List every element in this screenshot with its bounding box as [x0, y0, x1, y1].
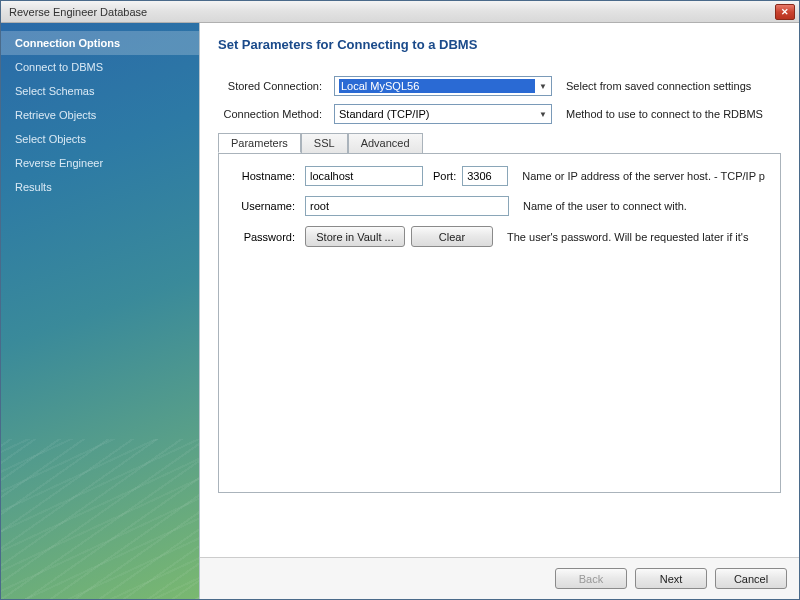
chevron-down-icon: ▼ [535, 77, 551, 95]
stored-connection-hint: Select from saved connection settings [558, 80, 781, 92]
content-area: Set Parameters for Connecting to a DBMS … [200, 23, 799, 557]
sidebar-item-select-schemas[interactable]: Select Schemas [1, 79, 199, 103]
cancel-button[interactable]: Cancel [715, 568, 787, 589]
password-hint: The user's password. Will be requested l… [499, 231, 770, 243]
username-hint: Name of the user to connect with. [515, 200, 770, 212]
sidebar-item-label: Results [15, 181, 52, 193]
wizard-footer: Back Next Cancel [200, 557, 799, 599]
tab-panel-parameters: Hostname: Port: Name or IP address of th… [218, 153, 781, 493]
username-label: Username: [229, 200, 299, 212]
username-input[interactable] [305, 196, 509, 216]
sidebar-item-connect-to-dbms[interactable]: Connect to DBMS [1, 55, 199, 79]
port-input[interactable] [462, 166, 508, 186]
connection-method-combo[interactable]: Standard (TCP/IP) ▼ [334, 104, 552, 124]
wizard-window: Reverse Engineer Database ✕ Connection O… [0, 0, 800, 600]
connection-method-value: Standard (TCP/IP) [339, 108, 535, 120]
port-label: Port: [429, 170, 456, 182]
connection-method-label: Connection Method: [218, 108, 328, 120]
sidebar-item-label: Connection Options [15, 37, 120, 49]
sidebar-item-label: Reverse Engineer [15, 157, 103, 169]
hostname-label: Hostname: [229, 170, 299, 182]
tabstrip: Parameters SSL Advanced [218, 133, 781, 154]
row-username: Username: Name of the user to connect wi… [229, 196, 770, 216]
main-panel: Set Parameters for Connecting to a DBMS … [199, 23, 799, 599]
row-connection-method: Connection Method: Standard (TCP/IP) ▼ M… [218, 104, 781, 124]
stored-connection-label: Stored Connection: [218, 80, 328, 92]
row-hostname: Hostname: Port: Name or IP address of th… [229, 166, 770, 186]
stored-connection-value: Local MySQL56 [339, 79, 535, 93]
sidebar-item-results[interactable]: Results [1, 175, 199, 199]
next-button[interactable]: Next [635, 568, 707, 589]
row-stored-connection: Stored Connection: Local MySQL56 ▼ Selec… [218, 76, 781, 96]
clear-password-button[interactable]: Clear [411, 226, 493, 247]
window-title: Reverse Engineer Database [5, 6, 775, 18]
wizard-sidebar: Connection Options Connect to DBMS Selec… [1, 23, 199, 599]
row-password: Password: Store in Vault ... Clear The u… [229, 226, 770, 247]
connection-method-hint: Method to use to connect to the RDBMS [558, 108, 781, 120]
sidebar-item-label: Select Schemas [15, 85, 94, 97]
sidebar-item-connection-options[interactable]: Connection Options [1, 31, 199, 55]
sidebar-item-retrieve-objects[interactable]: Retrieve Objects [1, 103, 199, 127]
password-label: Password: [229, 231, 299, 243]
page-title: Set Parameters for Connecting to a DBMS [218, 37, 781, 52]
titlebar[interactable]: Reverse Engineer Database ✕ [1, 1, 799, 23]
sidebar-item-select-objects[interactable]: Select Objects [1, 127, 199, 151]
tab-area: Parameters SSL Advanced Hostname: Port: … [218, 132, 781, 493]
close-icon[interactable]: ✕ [775, 4, 795, 20]
sidebar-item-label: Retrieve Objects [15, 109, 96, 121]
chevron-down-icon: ▼ [535, 105, 551, 123]
back-button[interactable]: Back [555, 568, 627, 589]
stored-connection-combo[interactable]: Local MySQL56 ▼ [334, 76, 552, 96]
hostname-hint: Name or IP address of the server host. -… [514, 170, 770, 182]
sidebar-item-reverse-engineer[interactable]: Reverse Engineer [1, 151, 199, 175]
store-in-vault-button[interactable]: Store in Vault ... [305, 226, 405, 247]
tab-advanced[interactable]: Advanced [348, 133, 423, 153]
tab-parameters[interactable]: Parameters [218, 133, 301, 153]
hostname-input[interactable] [305, 166, 423, 186]
sidebar-item-label: Select Objects [15, 133, 86, 145]
sidebar-item-label: Connect to DBMS [15, 61, 103, 73]
window-body: Connection Options Connect to DBMS Selec… [1, 23, 799, 599]
tab-ssl[interactable]: SSL [301, 133, 348, 153]
